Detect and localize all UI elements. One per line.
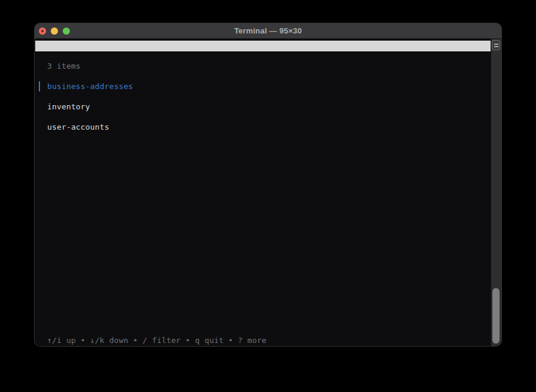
terminal-content: Select table 3 items business-addresses … [35, 39, 501, 346]
list-title-bar: Select table [35, 41, 491, 51]
window-titlebar[interactable]: Terminal — 95×30 [35, 23, 501, 39]
terminal-window: Terminal — 95×30 Select table 3 items bu… [34, 23, 502, 347]
list-title: Select table [65, 52, 122, 61]
selection-indicator [39, 81, 40, 91]
window-title: Terminal — 95×30 [35, 23, 501, 38]
scrollbar-thumb[interactable] [492, 288, 500, 344]
scrollbar[interactable] [491, 39, 501, 346]
list-item-business-addresses[interactable]: business-addresses [47, 81, 133, 91]
list-item-user-accounts[interactable]: user-accounts [47, 122, 109, 132]
help-bar: ↑/i up • ↓/k down • / filter • q quit • … [47, 335, 267, 345]
split-pane-button[interactable] [492, 40, 500, 50]
list-item-inventory[interactable]: inventory [47, 102, 90, 112]
split-pane-icon [494, 44, 498, 47]
items-count: 3 items [47, 61, 81, 71]
